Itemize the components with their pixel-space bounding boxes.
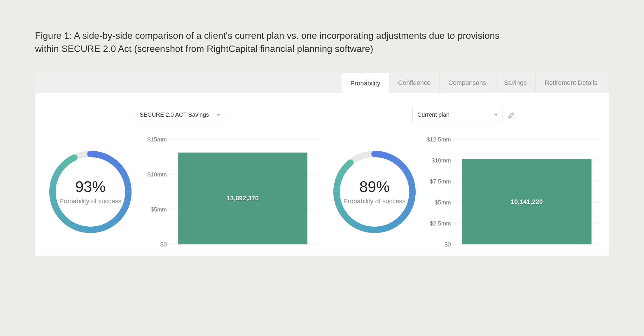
- gauge-subtitle: Probability of success: [60, 197, 122, 206]
- axis-tick: $0: [160, 241, 167, 248]
- gridline: [169, 139, 316, 139]
- axis-tick: $12.5mm: [427, 136, 451, 143]
- panel-secure20: SECURE 2.0 ACT Savings93%Probability of …: [44, 108, 316, 244]
- gauge-wrap: 89%Probability of success: [328, 148, 421, 236]
- probability-gauge: 93%Probability of success: [47, 148, 134, 236]
- gauge-label: 89%Probability of success: [331, 148, 418, 236]
- panel-current: Current plan89%Probability of success$12…: [328, 108, 600, 244]
- tab-retirement-details[interactable]: Retirement Details: [536, 73, 606, 93]
- y-axis: $15mm$10mm$5mm$0: [137, 139, 169, 244]
- bar-value-label: 13,092,370: [227, 195, 259, 202]
- bar-value-label: 10,141,220: [511, 198, 543, 206]
- tab-bar: ProbabilityConfidenceComparisonsSavingsR…: [35, 73, 609, 93]
- figure-caption: Figure 1: A side-by-side comparison of a…: [35, 29, 525, 55]
- plan-selector[interactable]: Current plan: [412, 108, 503, 122]
- gauge-percent: 89%: [359, 178, 390, 195]
- card-body: SECURE 2.0 ACT Savings93%Probability of …: [35, 93, 609, 256]
- asset-bar: 13,092,370: [178, 153, 307, 244]
- axis-tick: $10mm: [147, 171, 167, 178]
- axis-tick: $7.5mm: [430, 178, 451, 185]
- tab-confidence[interactable]: Confidence: [389, 73, 440, 93]
- bar-chart: $12.5mm$10mm$7.5mm$5mm$2.5mm$010,141,220: [421, 139, 600, 244]
- panel-content: 93%Probability of success$15mm$10mm$5mm$…: [44, 139, 316, 244]
- gauge-percent: 93%: [75, 178, 106, 195]
- gauge-subtitle: Probability of success: [344, 197, 406, 206]
- gauge-wrap: 93%Probability of success: [44, 148, 137, 236]
- comparison-card: ProbabilityConfidenceComparisonsSavingsR…: [35, 73, 609, 256]
- tab-probability[interactable]: Probability: [342, 73, 389, 93]
- probability-gauge: 89%Probability of success: [331, 148, 418, 236]
- tab-savings[interactable]: Savings: [495, 73, 536, 93]
- gauge-label: 93%Probability of success: [47, 148, 134, 236]
- plot-area: 10,141,220: [453, 139, 600, 244]
- chevron-down-icon: [494, 114, 498, 116]
- gridline: [453, 139, 600, 139]
- axis-tick: $0: [444, 241, 451, 248]
- panel-content: 89%Probability of success$12.5mm$10mm$7.…: [328, 139, 600, 244]
- axis-tick: $10mm: [431, 157, 451, 164]
- axis-tick: $2.5mm: [430, 220, 451, 227]
- panel-header: SECURE 2.0 ACT Savings: [44, 108, 316, 122]
- panel-header: Current plan: [328, 108, 600, 122]
- y-axis: $12.5mm$10mm$7.5mm$5mm$2.5mm$0: [421, 139, 453, 244]
- bar-chart: $15mm$10mm$5mm$013,092,370: [137, 139, 316, 244]
- axis-tick: $5mm: [150, 206, 167, 213]
- asset-bar: 10,141,220: [462, 159, 592, 244]
- edit-icon[interactable]: [508, 111, 516, 119]
- plan-selector-label: Current plan: [417, 111, 449, 118]
- axis-tick: $5mm: [435, 199, 451, 206]
- chevron-down-icon: [217, 114, 220, 116]
- plot-area: 13,092,370: [169, 139, 316, 244]
- tab-comparisons[interactable]: Comparisons: [440, 73, 495, 93]
- plan-selector-label: SECURE 2.0 ACT Savings: [140, 111, 209, 118]
- axis-tick: $15mm: [147, 136, 167, 143]
- plan-selector[interactable]: SECURE 2.0 ACT Savings: [135, 108, 225, 122]
